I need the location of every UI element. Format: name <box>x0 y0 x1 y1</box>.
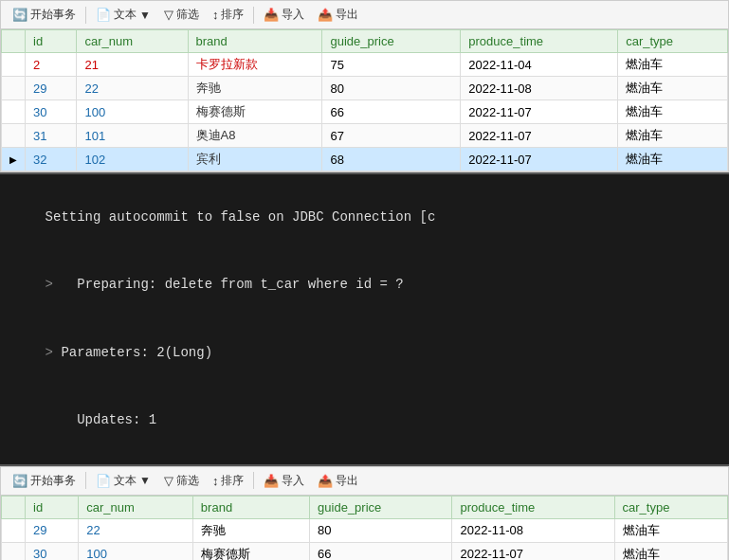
cell-id: 29 <box>26 518 79 542</box>
text-arrow-1: ▼ <box>139 9 151 22</box>
cell-id: 2 <box>26 53 77 77</box>
cell-id: 30 <box>26 100 77 124</box>
cell-guide-price: 66 <box>322 100 461 124</box>
start-transaction-label-2: 开始事务 <box>30 473 76 489</box>
export-btn-2[interactable]: 📤 导出 <box>312 471 364 491</box>
sort-btn-2[interactable]: ↕ 排序 <box>207 471 250 491</box>
cell-produce-time: 2022-11-04 <box>461 53 618 77</box>
col-header-brand-2[interactable]: brand <box>192 496 309 518</box>
col-header-guide-price-1[interactable]: guide_price <box>322 30 461 53</box>
console-line-2: > Preparing: delete from t_car where id … <box>13 251 716 318</box>
col-header-id-1[interactable]: id <box>26 30 77 53</box>
col-header-brand-1[interactable]: brand <box>188 30 322 53</box>
table-row[interactable]: 30100梅赛德斯662022-11-07燃油车 <box>2 542 728 560</box>
sort-btn-1[interactable]: ↕ 排序 <box>207 5 250 25</box>
import-label-1: 导入 <box>282 7 304 23</box>
cell-car-num: 100 <box>79 542 193 560</box>
filter-btn-1[interactable]: ▽ 筛选 <box>158 5 205 25</box>
export-label-2: 导出 <box>336 473 358 489</box>
cell-guide-price: 80 <box>310 518 452 542</box>
filter-label-1: 筛选 <box>176 7 199 23</box>
filter-btn-2[interactable]: ▽ 筛选 <box>158 471 205 491</box>
sort-label-2: 排序 <box>221 473 244 489</box>
text-label-1: 文本 <box>114 7 137 23</box>
bottom-toolbar: 🔄 开始事务 📄 文本 ▼ ▽ 筛选 ↕ 排序 📥 导入 📤 导出 <box>1 467 728 496</box>
sep-2 <box>253 7 254 24</box>
col-header-produce-time-1[interactable]: produce_time <box>461 30 618 53</box>
import-btn-2[interactable]: 📥 导入 <box>258 471 310 491</box>
table-row[interactable]: 30100梅赛德斯662022-11-07燃油车 <box>2 100 728 124</box>
row-indicator <box>2 124 26 148</box>
cell-brand: 卡罗拉新款 <box>188 53 322 77</box>
export-label-1: 导出 <box>336 7 358 23</box>
cell-id: 30 <box>26 542 79 560</box>
cell-guide-price: 67 <box>322 124 461 148</box>
console-line-4: Updates: 1 <box>13 387 716 454</box>
cell-guide-price: 66 <box>310 542 452 560</box>
transaction-icon-2: 🔄 <box>12 474 27 488</box>
col-header-car-type-2[interactable]: car_type <box>614 496 727 518</box>
top-table-panel: 🔄 开始事务 📄 文本 ▼ ▽ 筛选 ↕ 排序 📥 导入 📤 导出 <box>0 0 729 172</box>
cell-produce-time: 2022-11-07 <box>461 124 618 148</box>
cell-produce-time: 2022-11-08 <box>461 77 618 100</box>
filter-icon-1: ▽ <box>164 8 173 22</box>
cell-car-num: 100 <box>77 100 188 124</box>
console-text-1: Setting autocommit to false on JDBC Conn… <box>46 209 436 225</box>
console-text-3: Parameters: 2(Long) <box>61 345 212 360</box>
table-row[interactable]: 2922奔驰802022-11-08燃油车 <box>2 77 728 100</box>
export-icon-1: 📤 <box>318 8 333 22</box>
console-text-4: Updates: 1 <box>46 412 157 427</box>
col-header-car-type-1[interactable]: car_type <box>618 30 728 53</box>
col-header-id-2[interactable]: id <box>26 496 79 518</box>
cell-id: 29 <box>26 77 77 100</box>
console-panel: Setting autocommit to false on JDBC Conn… <box>0 172 729 466</box>
col-header-car-num-2[interactable]: car_num <box>79 496 193 518</box>
row-indicator <box>2 542 26 560</box>
start-transaction-label-1: 开始事务 <box>30 7 76 23</box>
row-indicator <box>2 100 26 124</box>
col-header-car-num-1[interactable]: car_num <box>77 30 188 53</box>
text-btn-2[interactable]: 📄 文本 ▼ <box>90 471 156 491</box>
cell-id: 31 <box>26 124 77 148</box>
export-icon-2: 📤 <box>318 474 333 488</box>
text-icon-2: 📄 <box>96 474 111 488</box>
cell-guide-price: 68 <box>322 148 461 172</box>
start-transaction-btn-1[interactable]: 🔄 开始事务 <box>7 5 82 25</box>
import-label-2: 导入 <box>282 473 304 489</box>
import-btn-1[interactable]: 📥 导入 <box>258 5 310 25</box>
top-table-header-row: id car_num brand guide_price produce_tim… <box>2 30 728 53</box>
cell-brand: 奔驰 <box>188 77 322 100</box>
console-text-2: Preparing: delete from t_car where id = … <box>61 277 403 292</box>
col-header-produce-time-2[interactable]: produce_time <box>452 496 614 518</box>
indicator-col-header-1 <box>2 30 26 53</box>
text-label-2: 文本 <box>114 473 137 489</box>
sep-4 <box>253 472 254 489</box>
top-toolbar: 🔄 开始事务 📄 文本 ▼ ▽ 筛选 ↕ 排序 📥 导入 📤 导出 <box>1 1 728 29</box>
sort-label-1: 排序 <box>221 7 244 23</box>
table-row[interactable]: 221卡罗拉新款752022-11-04燃油车 <box>2 53 728 77</box>
cell-produce-time: 2022-11-08 <box>452 518 614 542</box>
cell-car-num: 22 <box>77 77 188 100</box>
text-btn-1[interactable]: 📄 文本 ▼ <box>90 5 156 25</box>
import-icon-2: 📥 <box>264 474 279 488</box>
start-transaction-btn-2[interactable]: 🔄 开始事务 <box>7 471 82 491</box>
cell-car-num: 101 <box>77 124 188 148</box>
row-indicator <box>2 518 26 542</box>
table-row[interactable]: 31101奥迪A8672022-11-07燃油车 <box>2 124 728 148</box>
import-icon-1: 📥 <box>264 8 279 22</box>
cell-car-type: 燃油车 <box>618 148 728 172</box>
row-indicator: ▶ <box>2 148 26 172</box>
console-arrow-3: > <box>46 345 62 360</box>
table-row[interactable]: 2922奔驰802022-11-08燃油车 <box>2 518 728 542</box>
table-row[interactable]: ▶32102宾利682022-11-07燃油车 <box>2 148 728 172</box>
sep-3 <box>85 472 86 489</box>
cell-guide-price: 75 <box>322 53 461 77</box>
cell-car-type: 燃油车 <box>614 542 727 560</box>
col-header-guide-price-2[interactable]: guide_price <box>310 496 452 518</box>
cell-id: 32 <box>26 148 77 172</box>
cell-car-num: 22 <box>79 518 193 542</box>
cell-car-type: 燃油车 <box>618 77 728 100</box>
export-btn-1[interactable]: 📤 导出 <box>312 5 364 25</box>
cell-brand: 奥迪A8 <box>188 124 322 148</box>
bottom-table-header-row: id car_num brand guide_price produce_tim… <box>2 496 728 518</box>
